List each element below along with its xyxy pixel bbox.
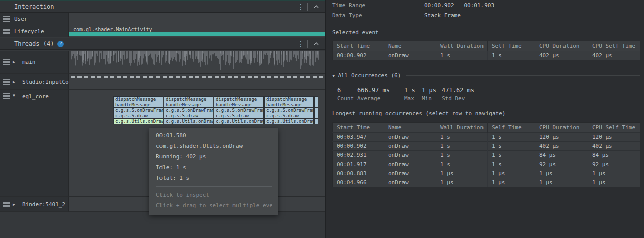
threads-header-actions: ⋮ bbox=[294, 38, 325, 49]
table-header-row: Start TimeNameWall DurationSelf TimeCPU … bbox=[333, 123, 640, 133]
data-type-value: Stack Frame bbox=[424, 12, 461, 19]
flame-event[interactable]: c.g.s.Utils.onDraw bbox=[264, 118, 314, 124]
expand-arrow-icon[interactable]: ▶ bbox=[13, 80, 19, 84]
flame-event[interactable]: c.g.s.Utils.onDraw bbox=[214, 118, 264, 124]
thread-row-inputcon: ▶ Studio:InputCon bbox=[0, 74, 325, 90]
stat-min-value: 1 µs bbox=[422, 87, 436, 94]
table-cell: 00:04.966 bbox=[333, 178, 384, 187]
flame-event[interactable] bbox=[314, 118, 318, 124]
tooltip-idle: Idle: 1 s bbox=[156, 164, 272, 171]
main-thread-track[interactable] bbox=[69, 51, 325, 74]
collapse-chevron-icon[interactable] bbox=[308, 42, 325, 45]
table-row[interactable]: 00:03.947onDraw1 s1 s120 µs120 µs bbox=[333, 133, 640, 142]
table-cell: 84 µs bbox=[588, 151, 640, 160]
table-row[interactable]: 00:00.902onDraw1 s1 s402 µs402 µs bbox=[333, 142, 640, 151]
table-cell: 120 µs bbox=[588, 133, 640, 142]
table-row[interactable]: 00:00.902onDraw1 s1 s402 µs402 µs bbox=[333, 51, 640, 60]
all-occurrences-header: ▼ All Occurrences (6) bbox=[332, 72, 640, 79]
stat-min: 1 µs Min bbox=[422, 87, 436, 102]
column-header[interactable]: Self Time bbox=[488, 123, 535, 133]
user-row-label: User bbox=[0, 13, 69, 25]
column-header[interactable]: CPU Duration bbox=[535, 41, 588, 51]
column-header[interactable]: CPU Duration bbox=[535, 123, 588, 133]
drag-handle-icon[interactable] bbox=[3, 93, 10, 99]
table-cell: 1 µs bbox=[436, 178, 488, 187]
column-header[interactable]: Wall Duration bbox=[436, 41, 488, 51]
table-cell: 00:00.883 bbox=[333, 169, 384, 178]
expand-arrow-icon[interactable]: ▶ bbox=[13, 202, 19, 207]
thread-activity-chart bbox=[71, 51, 320, 71]
column-header[interactable]: CPU Self Time bbox=[588, 41, 640, 51]
interaction-row-user: User bbox=[0, 13, 325, 25]
thread-row-main: ▶ main bbox=[0, 51, 325, 74]
column-header[interactable]: Wall Duration bbox=[436, 123, 488, 133]
column-header[interactable]: Name bbox=[384, 123, 436, 133]
expand-arrow-icon[interactable]: ▶ bbox=[13, 60, 19, 64]
expand-arrow-icon[interactable]: ▼ bbox=[13, 93, 19, 98]
all-occurrences-title: All Occurrences (6) bbox=[338, 72, 401, 79]
drag-handle-icon[interactable] bbox=[3, 59, 10, 65]
table-cell: 402 µs bbox=[535, 51, 588, 60]
tooltip-event-name: com.gl.shader.Utils.onDraw bbox=[156, 143, 272, 149]
lifecycle-row-label-text: Lifecycle bbox=[14, 28, 44, 35]
column-header[interactable]: CPU Self Time bbox=[588, 123, 640, 133]
table-cell: 1 s bbox=[488, 160, 535, 169]
inputcon-thread-label-text: Studio:InputCon bbox=[22, 78, 72, 85]
stat-stddev-value: 471.62 ms bbox=[442, 87, 474, 94]
column-header[interactable]: Start Time bbox=[333, 41, 384, 51]
table-row[interactable]: 00:04.966onDraw1 µs1 µs1 µs1 µs bbox=[333, 178, 640, 187]
threads-interaction-panel: Interaction ⋮ User Lifecycle bbox=[0, 0, 326, 238]
stat-count-label: Count bbox=[337, 95, 354, 102]
table-cell: 00:01.917 bbox=[333, 160, 384, 169]
table-row[interactable]: 00:01.917onDraw1 s1 s92 µs92 µs bbox=[333, 160, 640, 169]
lifecycle-row-label: Lifecycle bbox=[0, 25, 69, 37]
tooltip-hint-inspect: Click to inspect bbox=[156, 192, 272, 198]
stat-max: 1 s Max bbox=[404, 87, 415, 102]
drag-handle-icon[interactable] bbox=[3, 16, 10, 22]
collapse-chevron-icon[interactable] bbox=[308, 5, 325, 8]
kebab-menu-icon[interactable]: ⋮ bbox=[294, 3, 307, 11]
table-cell: 92 µs bbox=[588, 160, 640, 169]
table-cell: onDraw bbox=[384, 169, 436, 178]
kebab-menu-icon[interactable]: ⋮ bbox=[294, 40, 307, 48]
tooltip-divider bbox=[156, 186, 272, 187]
drag-handle-icon[interactable] bbox=[3, 29, 10, 34]
table-cell: 1 s bbox=[436, 142, 488, 151]
stat-stddev-label: Std Dev bbox=[442, 95, 474, 102]
column-header[interactable]: Name bbox=[384, 41, 436, 51]
time-range-value: 00:00.902 - 00:01.903 bbox=[424, 2, 494, 9]
inputcon-thread-track[interactable] bbox=[69, 74, 325, 90]
tooltip-hint-drag: Click + drag to select multiple events bbox=[156, 202, 272, 209]
stat-max-label: Max bbox=[404, 95, 415, 102]
user-track[interactable] bbox=[69, 13, 325, 25]
table-cell: 1 s bbox=[436, 160, 488, 169]
event-tooltip: 00:01.580 com.gl.shader.Utils.onDraw Run… bbox=[149, 128, 278, 215]
table-cell: 00:02.931 bbox=[333, 151, 384, 160]
column-header[interactable]: Self Time bbox=[488, 41, 535, 51]
lifecycle-activity-bar[interactable] bbox=[69, 32, 325, 36]
eglcore-thread-label-text: egl_core bbox=[22, 93, 49, 100]
table-cell: 1 µs bbox=[535, 178, 588, 187]
table-cell: 1 s bbox=[436, 133, 488, 142]
profiler-window: Interaction ⋮ User Lifecycle bbox=[0, 0, 644, 238]
flame-event-selected[interactable]: c.g.s.Utils.onDraw bbox=[113, 118, 163, 124]
flame-event[interactable]: c.g.s.Utils.onDraw bbox=[164, 118, 213, 124]
flame-occurrence-column: dispatchMessagehandleMessagec.g.s.S.onDr… bbox=[113, 96, 163, 124]
table-row[interactable]: 00:00.883onDraw1 µs1 µs1 µs1 µs bbox=[333, 169, 640, 178]
table-cell: onDraw bbox=[384, 142, 436, 151]
table-cell: 402 µs bbox=[588, 142, 640, 151]
table-cell: onDraw bbox=[384, 51, 436, 60]
drag-handle-icon[interactable] bbox=[3, 79, 10, 85]
timeline-bottom-band bbox=[0, 221, 325, 238]
occurrence-stats: 6 Count 666.97 ms Average 1 s Max 1 µs M… bbox=[327, 87, 635, 104]
table-cell: 1 s bbox=[488, 142, 535, 151]
tooltip-total: Total: 1 s bbox=[156, 175, 272, 181]
lifecycle-track[interactable]: com.gl.shader.MainActivity bbox=[69, 25, 325, 37]
binder-thread-label: ▶ Binder:5401_2 bbox=[0, 197, 69, 212]
flame-partial-column bbox=[314, 96, 316, 124]
collapse-triangle-icon[interactable]: ▼ bbox=[332, 73, 335, 78]
help-icon[interactable]: ? bbox=[57, 41, 64, 47]
table-row[interactable]: 00:02.931onDraw1 s1 s84 µs84 µs bbox=[333, 151, 640, 160]
column-header[interactable]: Start Time bbox=[333, 123, 384, 133]
drag-handle-icon[interactable] bbox=[3, 202, 10, 207]
